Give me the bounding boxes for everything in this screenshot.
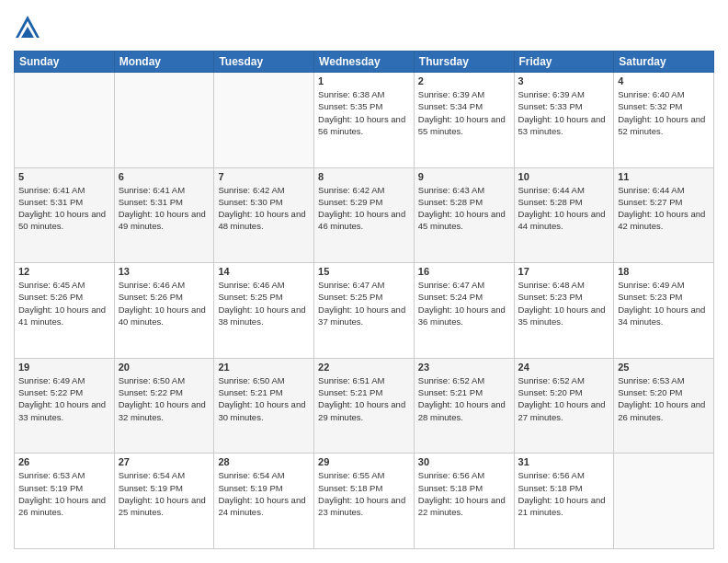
calendar-week-row: 12Sunrise: 6:45 AM Sunset: 5:26 PM Dayli… — [15, 263, 714, 359]
day-number: 27 — [119, 456, 210, 467]
day-number: 29 — [318, 456, 410, 467]
weekday-header: Sunday — [15, 52, 115, 73]
calendar-cell: 28Sunrise: 6:54 AM Sunset: 5:19 PM Dayli… — [214, 454, 314, 549]
calendar-cell: 30Sunrise: 6:56 AM Sunset: 5:18 PM Dayli… — [414, 454, 514, 549]
day-info: Sunrise: 6:47 AM Sunset: 5:24 PM Dayligh… — [418, 279, 510, 327]
day-info: Sunrise: 6:41 AM Sunset: 5:31 PM Dayligh… — [18, 184, 110, 233]
day-number: 24 — [518, 362, 610, 373]
day-info: Sunrise: 6:45 AM Sunset: 5:26 PM Dayligh… — [18, 279, 110, 327]
calendar-cell — [15, 73, 115, 168]
day-info: Sunrise: 6:53 AM Sunset: 5:20 PM Dayligh… — [618, 374, 710, 423]
day-info: Sunrise: 6:54 AM Sunset: 5:19 PM Dayligh… — [218, 469, 310, 518]
calendar-cell: 23Sunrise: 6:52 AM Sunset: 5:21 PM Dayli… — [414, 358, 514, 454]
day-number: 31 — [518, 456, 610, 467]
day-info: Sunrise: 6:56 AM Sunset: 5:18 PM Dayligh… — [518, 469, 610, 518]
calendar-week-row: 19Sunrise: 6:49 AM Sunset: 5:22 PM Dayli… — [15, 358, 714, 454]
day-info: Sunrise: 6:42 AM Sunset: 5:29 PM Dayligh… — [318, 184, 410, 233]
day-number: 26 — [18, 456, 110, 467]
calendar-cell: 13Sunrise: 6:46 AM Sunset: 5:26 PM Dayli… — [114, 263, 214, 359]
calendar-cell: 7Sunrise: 6:42 AM Sunset: 5:30 PM Daylig… — [214, 167, 314, 263]
day-info: Sunrise: 6:39 AM Sunset: 5:34 PM Dayligh… — [418, 88, 510, 137]
calendar-cell: 29Sunrise: 6:55 AM Sunset: 5:18 PM Dayli… — [314, 454, 415, 549]
calendar-cell: 16Sunrise: 6:47 AM Sunset: 5:24 PM Dayli… — [414, 263, 514, 359]
day-info: Sunrise: 6:56 AM Sunset: 5:18 PM Dayligh… — [418, 469, 510, 518]
day-number: 15 — [318, 266, 410, 277]
day-number: 4 — [618, 75, 710, 86]
day-info: Sunrise: 6:44 AM Sunset: 5:28 PM Dayligh… — [518, 184, 610, 233]
day-number: 16 — [418, 266, 510, 277]
calendar-cell: 24Sunrise: 6:52 AM Sunset: 5:20 PM Dayli… — [514, 358, 614, 454]
day-number: 17 — [518, 266, 610, 277]
day-info: Sunrise: 6:52 AM Sunset: 5:21 PM Dayligh… — [418, 374, 510, 423]
day-info: Sunrise: 6:46 AM Sunset: 5:25 PM Dayligh… — [218, 279, 310, 327]
calendar-cell: 8Sunrise: 6:42 AM Sunset: 5:29 PM Daylig… — [314, 167, 415, 263]
calendar-cell: 21Sunrise: 6:50 AM Sunset: 5:21 PM Dayli… — [214, 358, 314, 454]
day-number: 7 — [218, 171, 310, 182]
day-info: Sunrise: 6:53 AM Sunset: 5:19 PM Dayligh… — [18, 469, 110, 518]
calendar-cell: 1Sunrise: 6:38 AM Sunset: 5:35 PM Daylig… — [314, 73, 415, 168]
weekday-header: Thursday — [414, 52, 514, 73]
calendar-cell: 2Sunrise: 6:39 AM Sunset: 5:34 PM Daylig… — [414, 73, 514, 168]
day-number: 11 — [618, 171, 710, 182]
calendar-week-row: 5Sunrise: 6:41 AM Sunset: 5:31 PM Daylig… — [15, 167, 714, 263]
calendar-cell: 19Sunrise: 6:49 AM Sunset: 5:22 PM Dayli… — [15, 358, 115, 454]
logo — [14, 14, 43, 41]
day-number: 13 — [119, 266, 210, 277]
day-info: Sunrise: 6:40 AM Sunset: 5:32 PM Dayligh… — [618, 88, 710, 137]
day-info: Sunrise: 6:54 AM Sunset: 5:19 PM Dayligh… — [119, 469, 210, 518]
calendar-cell: 3Sunrise: 6:39 AM Sunset: 5:33 PM Daylig… — [514, 73, 614, 168]
day-number: 18 — [618, 266, 710, 277]
calendar-cell: 27Sunrise: 6:54 AM Sunset: 5:19 PM Dayli… — [114, 454, 214, 549]
calendar-cell: 11Sunrise: 6:44 AM Sunset: 5:27 PM Dayli… — [614, 167, 714, 263]
calendar-cell: 20Sunrise: 6:50 AM Sunset: 5:22 PM Dayli… — [114, 358, 214, 454]
calendar-cell: 4Sunrise: 6:40 AM Sunset: 5:32 PM Daylig… — [614, 73, 714, 168]
day-number: 14 — [218, 266, 310, 277]
weekday-header: Monday — [114, 52, 214, 73]
calendar-cell: 12Sunrise: 6:45 AM Sunset: 5:26 PM Dayli… — [15, 263, 115, 359]
weekday-header: Friday — [514, 52, 614, 73]
calendar-cell — [114, 73, 214, 168]
day-info: Sunrise: 6:50 AM Sunset: 5:21 PM Dayligh… — [218, 374, 310, 423]
day-number: 25 — [618, 362, 710, 373]
day-info: Sunrise: 6:51 AM Sunset: 5:21 PM Dayligh… — [318, 374, 410, 423]
day-number: 20 — [119, 362, 210, 373]
day-info: Sunrise: 6:52 AM Sunset: 5:20 PM Dayligh… — [518, 374, 610, 423]
calendar-cell: 10Sunrise: 6:44 AM Sunset: 5:28 PM Dayli… — [514, 167, 614, 263]
calendar-cell — [614, 454, 714, 549]
logo-icon — [14, 14, 41, 41]
day-number: 2 — [418, 75, 510, 86]
calendar-cell: 14Sunrise: 6:46 AM Sunset: 5:25 PM Dayli… — [214, 263, 314, 359]
day-info: Sunrise: 6:46 AM Sunset: 5:26 PM Dayligh… — [119, 279, 210, 327]
day-info: Sunrise: 6:49 AM Sunset: 5:22 PM Dayligh… — [18, 374, 110, 423]
weekday-header: Tuesday — [214, 52, 314, 73]
calendar-cell: 31Sunrise: 6:56 AM Sunset: 5:18 PM Dayli… — [514, 454, 614, 549]
day-info: Sunrise: 6:55 AM Sunset: 5:18 PM Dayligh… — [318, 469, 410, 518]
day-info: Sunrise: 6:48 AM Sunset: 5:23 PM Dayligh… — [518, 279, 610, 327]
day-number: 12 — [18, 266, 110, 277]
calendar-cell: 9Sunrise: 6:43 AM Sunset: 5:28 PM Daylig… — [414, 167, 514, 263]
calendar-cell: 17Sunrise: 6:48 AM Sunset: 5:23 PM Dayli… — [514, 263, 614, 359]
day-info: Sunrise: 6:39 AM Sunset: 5:33 PM Dayligh… — [518, 88, 610, 137]
calendar-week-row: 1Sunrise: 6:38 AM Sunset: 5:35 PM Daylig… — [15, 73, 714, 168]
calendar-cell: 18Sunrise: 6:49 AM Sunset: 5:23 PM Dayli… — [614, 263, 714, 359]
day-number: 23 — [418, 362, 510, 373]
day-info: Sunrise: 6:41 AM Sunset: 5:31 PM Dayligh… — [119, 184, 210, 233]
calendar-week-row: 26Sunrise: 6:53 AM Sunset: 5:19 PM Dayli… — [15, 454, 714, 549]
day-number: 9 — [418, 171, 510, 182]
day-number: 19 — [18, 362, 110, 373]
day-info: Sunrise: 6:42 AM Sunset: 5:30 PM Dayligh… — [218, 184, 310, 233]
weekday-header: Saturday — [614, 52, 714, 73]
day-info: Sunrise: 6:50 AM Sunset: 5:22 PM Dayligh… — [119, 374, 210, 423]
calendar-cell: 26Sunrise: 6:53 AM Sunset: 5:19 PM Dayli… — [15, 454, 115, 549]
day-number: 22 — [318, 362, 410, 373]
day-info: Sunrise: 6:47 AM Sunset: 5:25 PM Dayligh… — [318, 279, 410, 327]
day-info: Sunrise: 6:38 AM Sunset: 5:35 PM Dayligh… — [318, 88, 410, 137]
day-info: Sunrise: 6:44 AM Sunset: 5:27 PM Dayligh… — [618, 184, 710, 233]
calendar: SundayMondayTuesdayWednesdayThursdayFrid… — [14, 51, 714, 549]
day-number: 5 — [18, 171, 110, 182]
page: SundayMondayTuesdayWednesdayThursdayFrid… — [0, 0, 728, 563]
weekday-header-row: SundayMondayTuesdayWednesdayThursdayFrid… — [15, 52, 714, 73]
day-number: 1 — [318, 75, 410, 86]
day-number: 6 — [119, 171, 210, 182]
day-info: Sunrise: 6:49 AM Sunset: 5:23 PM Dayligh… — [618, 279, 710, 327]
